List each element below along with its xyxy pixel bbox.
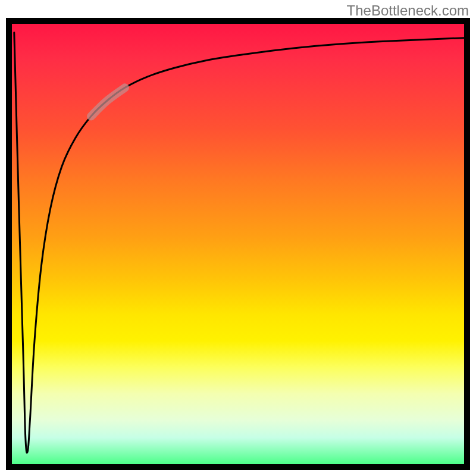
highlight-segment-path [91,87,125,116]
watermark-text: TheBottleneck.com [347,2,469,19]
chart-container: TheBottleneck.com [0,0,476,476]
bottleneck-curve-path [14,33,464,453]
curve-svg [12,24,464,464]
plot-frame [6,18,470,470]
